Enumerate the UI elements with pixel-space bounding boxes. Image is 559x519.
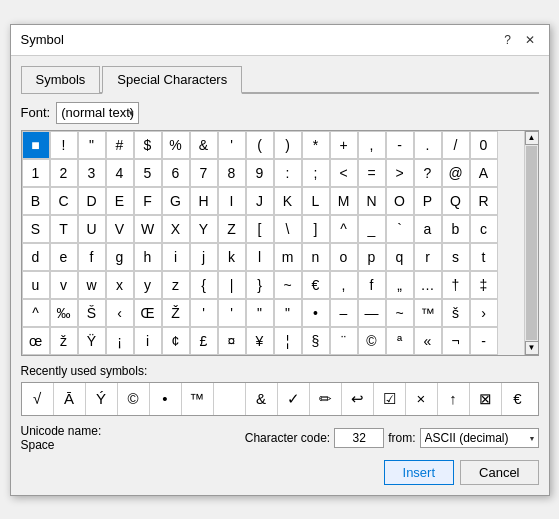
symbol-cell[interactable]: q xyxy=(386,243,414,271)
symbol-cell[interactable]: ? xyxy=(414,159,442,187)
symbol-cell[interactable]: \ xyxy=(274,215,302,243)
recent-symbol-cell[interactable]: ☑ xyxy=(374,383,406,415)
recent-symbol-cell[interactable]: ↑ xyxy=(438,383,470,415)
symbol-cell[interactable]: Ž xyxy=(162,299,190,327)
symbol-cell[interactable]: ‹ xyxy=(106,299,134,327)
symbol-cell[interactable]: | xyxy=(218,271,246,299)
symbol-cell[interactable]: ! xyxy=(50,131,78,159)
symbol-cell[interactable]: $ xyxy=(134,131,162,159)
insert-button[interactable]: Insert xyxy=(384,460,455,485)
symbol-cell[interactable]: Œ xyxy=(134,299,162,327)
symbol-cell[interactable]: f xyxy=(78,243,106,271)
symbol-cell[interactable]: w xyxy=(78,271,106,299)
symbol-cell[interactable]: F xyxy=(134,187,162,215)
symbol-cell[interactable]: „ xyxy=(386,271,414,299)
symbol-cell[interactable]: ¤ xyxy=(218,327,246,355)
font-select[interactable]: (normal text) xyxy=(56,102,139,124)
symbol-cell[interactable]: † xyxy=(442,271,470,299)
symbol-cell[interactable]: K xyxy=(274,187,302,215)
recent-symbol-cell[interactable]: ↩ xyxy=(342,383,374,415)
symbol-cell[interactable]: = xyxy=(358,159,386,187)
symbol-cell[interactable]: u xyxy=(22,271,50,299)
symbol-cell[interactable]: § xyxy=(302,327,330,355)
symbol-cell[interactable]: ' xyxy=(218,299,246,327)
symbol-cell[interactable]: « xyxy=(414,327,442,355)
symbol-cell[interactable]: s xyxy=(442,243,470,271)
symbol-cell[interactable]: 7 xyxy=(190,159,218,187)
symbol-cell[interactable]: 8 xyxy=(218,159,246,187)
symbol-cell[interactable]: " xyxy=(78,131,106,159)
symbol-cell[interactable]: E xyxy=(106,187,134,215)
symbol-cell[interactable]: X xyxy=(162,215,190,243)
charcode-input[interactable] xyxy=(334,428,384,448)
recent-symbol-cell[interactable]: ⠀ xyxy=(214,383,246,415)
recent-symbol-cell[interactable]: & xyxy=(246,383,278,415)
symbol-cell[interactable]: - xyxy=(386,131,414,159)
recent-symbol-cell[interactable]: ✏ xyxy=(310,383,342,415)
symbol-cell[interactable]: ) xyxy=(274,131,302,159)
from-select[interactable]: ASCII (decimal) ASCII (hex) Unicode (hex… xyxy=(420,428,539,448)
close-button[interactable]: ✕ xyxy=(521,31,539,49)
recent-symbol-cell[interactable]: ™ xyxy=(182,383,214,415)
symbol-cell[interactable]: n xyxy=(302,243,330,271)
symbol-cell[interactable]: x xyxy=(106,271,134,299)
help-button[interactable]: ? xyxy=(499,31,517,49)
symbol-cell[interactable]: _ xyxy=(358,215,386,243)
symbol-cell[interactable]: ( xyxy=(246,131,274,159)
recent-symbol-cell[interactable]: © xyxy=(118,383,150,415)
symbol-cell[interactable]: R xyxy=(470,187,498,215)
symbol-cell[interactable]: , xyxy=(330,271,358,299)
symbol-cell[interactable]: A xyxy=(470,159,498,187)
symbol-cell[interactable]: " xyxy=(274,299,302,327)
recent-symbol-cell[interactable]: Ý xyxy=(86,383,118,415)
symbol-cell[interactable]: 0 xyxy=(470,131,498,159)
symbol-cell[interactable]: i xyxy=(134,327,162,355)
symbol-cell[interactable]: > xyxy=(386,159,414,187)
symbol-cell[interactable]: ~ xyxy=(386,299,414,327)
symbol-cell[interactable]: # xyxy=(106,131,134,159)
symbol-cell[interactable]: 6 xyxy=(162,159,190,187)
symbol-cell[interactable]: œ xyxy=(22,327,50,355)
symbol-cell[interactable]: ¢ xyxy=(162,327,190,355)
symbol-cell[interactable]: š xyxy=(442,299,470,327)
symbol-cell[interactable]: ^ xyxy=(22,299,50,327)
symbol-cell[interactable]: ‰ xyxy=(50,299,78,327)
symbol-cell[interactable]: } xyxy=(246,271,274,299)
symbol-cell[interactable]: ¥ xyxy=(246,327,274,355)
symbol-cell[interactable]: l xyxy=(246,243,274,271)
scroll-up-button[interactable]: ▲ xyxy=(525,131,539,145)
symbol-cell[interactable]: . xyxy=(414,131,442,159)
symbol-cell[interactable]: c xyxy=(470,215,498,243)
symbol-cell[interactable]: 1 xyxy=(22,159,50,187)
symbol-cell[interactable]: — xyxy=(358,299,386,327)
tab-symbols[interactable]: Symbols xyxy=(21,66,101,94)
recent-symbol-cell[interactable]: • xyxy=(150,383,182,415)
symbol-cell[interactable]: p xyxy=(358,243,386,271)
recent-symbol-cell[interactable]: Ā xyxy=(54,383,86,415)
symbol-cell[interactable]: % xyxy=(162,131,190,159)
symbol-cell[interactable]: – xyxy=(330,299,358,327)
symbol-cell[interactable]: < xyxy=(330,159,358,187)
symbol-cell[interactable]: i xyxy=(162,243,190,271)
symbol-cell[interactable]: U xyxy=(78,215,106,243)
scroll-thumb[interactable] xyxy=(526,146,537,340)
symbol-cell[interactable]: k xyxy=(218,243,246,271)
symbol-cell[interactable]: g xyxy=(106,243,134,271)
symbol-cell[interactable]: , xyxy=(358,131,386,159)
symbol-cell[interactable]: B xyxy=(22,187,50,215)
symbol-cell[interactable]: › xyxy=(470,299,498,327)
symbol-cell[interactable]: M xyxy=(330,187,358,215)
symbol-cell[interactable]: ª xyxy=(386,327,414,355)
recent-symbol-cell[interactable]: ✓ xyxy=(278,383,310,415)
symbol-cell[interactable]: W xyxy=(134,215,162,243)
symbol-cell[interactable]: £ xyxy=(190,327,218,355)
symbol-cell[interactable]: " xyxy=(246,299,274,327)
symbol-cell[interactable]: z xyxy=(162,271,190,299)
symbol-cell[interactable]: Y xyxy=(190,215,218,243)
scrollbar[interactable]: ▲ ▼ xyxy=(524,131,538,355)
symbol-cell[interactable]: o xyxy=(330,243,358,271)
symbol-cell[interactable]: 2 xyxy=(50,159,78,187)
symbol-cell[interactable]: ™ xyxy=(414,299,442,327)
symbol-cell[interactable]: Q xyxy=(442,187,470,215)
symbol-cell[interactable]: T xyxy=(50,215,78,243)
